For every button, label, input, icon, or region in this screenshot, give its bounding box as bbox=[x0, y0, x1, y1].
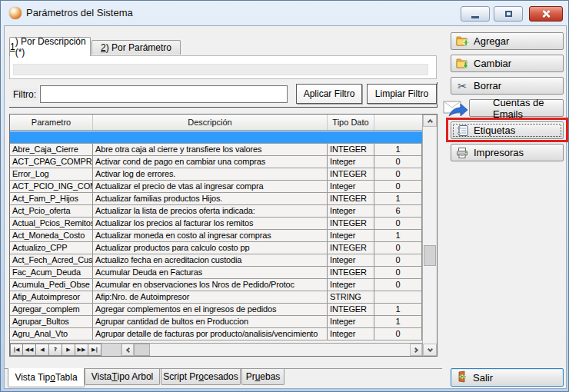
table-row[interactable]: ACT_CPAG_COMPRA Activar cond de pago en … bbox=[10, 156, 422, 168]
cell-valor[interactable]: 1 bbox=[374, 230, 422, 241]
cell-descripcion[interactable]: Actualizar productos para calculo costo … bbox=[93, 242, 328, 254]
cell-descripcion[interactable]: Actualizar moneda en costo al ingresar c… bbox=[93, 230, 328, 241]
hscroll-thumb[interactable] bbox=[134, 344, 150, 356]
cell-descripcion[interactable]: Agrupar cantidad de bultos en Produccion bbox=[93, 316, 328, 327]
vscroll-thumb[interactable] bbox=[424, 245, 436, 266]
cell-descripcion[interactable]: Actualizar el precio de vtas al ingresar… bbox=[93, 181, 328, 192]
table-row[interactable]: Act_Fam_P_Hijos Actualizar familias prod… bbox=[10, 193, 422, 205]
cell-parametro[interactable]: Agregar_complem bbox=[10, 304, 93, 315]
cell-valor[interactable]: 0 bbox=[374, 168, 422, 180]
cell-valor[interactable]: 0 bbox=[374, 242, 422, 254]
cell-descripcion[interactable]: Actualizar los precios al facturar los r… bbox=[93, 218, 328, 229]
cell-parametro[interactable]: Actualizo_CPP bbox=[10, 242, 93, 254]
nav-first-button[interactable]: |◀ bbox=[10, 344, 23, 356]
cell-parametro[interactable]: ACT_CPAG_COMPRA bbox=[10, 156, 93, 168]
column-header-tipodato[interactable]: Tipo Dato bbox=[328, 115, 374, 130]
cuentas-de-emails-button[interactable]: Cuentas de Emails bbox=[469, 99, 564, 117]
vscroll-up-arrow[interactable] bbox=[423, 115, 437, 127]
column-header-valor[interactable] bbox=[374, 115, 422, 130]
table-row[interactable]: Acumula_Pedi_Obse Acumular en observacio… bbox=[10, 279, 422, 291]
cell-valor[interactable]: 0 bbox=[374, 218, 422, 229]
tab-vista-tipo-arbol[interactable]: Vista Tipo Arbol bbox=[85, 369, 160, 385]
maximize-button[interactable] bbox=[494, 6, 523, 22]
borrar-button[interactable]: ✂ Borrar bbox=[451, 77, 564, 95]
hscroll-track[interactable] bbox=[150, 344, 410, 356]
cell-descripcion[interactable]: Abre otra caja al cierre y transfiere lo… bbox=[93, 144, 328, 155]
nav-prior-page-button[interactable]: ◀◀ bbox=[23, 344, 36, 356]
cell-tipodato[interactable]: INTEGER bbox=[328, 242, 374, 254]
column-header-descripcion[interactable]: Descripción bbox=[93, 115, 328, 130]
cell-valor[interactable] bbox=[374, 291, 422, 303]
cell-parametro[interactable]: ACT_PCIO_ING_COM bbox=[10, 181, 93, 192]
table-row[interactable]: Agregar_complem Agregar complementos en … bbox=[10, 304, 422, 316]
cell-parametro[interactable]: Acumula_Pedi_Obse bbox=[10, 279, 93, 291]
etiquetas-button[interactable]: Etiquetas bbox=[451, 121, 564, 139]
cell-tipodato[interactable]: STRING bbox=[328, 291, 374, 303]
nav-next-page-button[interactable]: ▶▶ bbox=[75, 344, 88, 356]
cell-valor[interactable]: 6 bbox=[374, 205, 422, 217]
cell-tipodato[interactable]: Integer bbox=[328, 328, 374, 340]
tab-por-descripcion[interactable]: 1) Por Descripción (*) bbox=[9, 37, 91, 56]
impresoras-button[interactable]: Impresoras bbox=[451, 144, 564, 161]
hscroll-right-arrow[interactable] bbox=[410, 344, 422, 356]
cell-valor[interactable]: 0 bbox=[374, 156, 422, 168]
cell-descripcion[interactable]: Activar log de errores. bbox=[93, 168, 328, 180]
cell-tipodato[interactable]: Integer bbox=[328, 181, 374, 192]
table-row[interactable]: Afip_Autoimpresor Afip:Nro. de Autoimpre… bbox=[10, 291, 422, 304]
table-row[interactable]: Act_Fech_Acred_Cust Actualizo fecha en a… bbox=[10, 254, 422, 267]
cell-tipodato[interactable]: INTEGER bbox=[328, 193, 374, 204]
table-row[interactable]: Error_Log Activar log de errores. INTEGE… bbox=[10, 168, 422, 181]
hscroll-left-arrow[interactable] bbox=[121, 344, 134, 356]
cell-valor[interactable]: 0 bbox=[374, 328, 422, 340]
cell-tipodato[interactable]: INTEGER bbox=[328, 304, 374, 315]
clear-filter-button[interactable]: Limpiar Filtro bbox=[367, 84, 437, 104]
cell-tipodato[interactable]: INTEGER bbox=[328, 267, 374, 278]
cell-descripcion[interactable]: Actualizar familias productos Hijos. bbox=[93, 193, 328, 204]
tab-script-procesados[interactable]: Script Procesados bbox=[161, 369, 241, 385]
cambiar-button[interactable]: Cambiar bbox=[451, 55, 564, 72]
cell-valor[interactable]: 0 bbox=[374, 267, 422, 278]
minimize-button[interactable] bbox=[461, 6, 490, 22]
apply-filter-button[interactable]: Aplicar Filtro bbox=[296, 84, 362, 104]
table-row[interactable]: Act_Moneda_Costo Actualizar moneda en co… bbox=[10, 230, 422, 242]
table-row[interactable]: Agru_Anal_Vto Agrupar detalle de factura… bbox=[10, 328, 422, 341]
titlebar[interactable]: Parámetros del Sistema bbox=[1, 1, 568, 25]
cell-tipodato[interactable]: INTEGER bbox=[328, 218, 374, 229]
cell-descripcion[interactable]: Afip:Nro. de Autoimpresor bbox=[93, 291, 328, 303]
vertical-scrollbar[interactable] bbox=[422, 115, 437, 356]
cell-descripcion[interactable]: Acumular en observaciones los Nros de Pe… bbox=[93, 279, 328, 291]
cell-valor[interactable]: 1 bbox=[374, 193, 422, 204]
tab-pruebas[interactable]: Pruebas bbox=[241, 369, 284, 385]
nav-help-button[interactable]: ? bbox=[49, 344, 62, 356]
table-row[interactable]: Actualizo_CPP Actualizar productos para … bbox=[10, 242, 422, 254]
cell-parametro[interactable]: Act_Pcio_oferta bbox=[10, 205, 93, 217]
close-button[interactable] bbox=[529, 6, 563, 22]
tab-vista-tipo-tabla[interactable]: Vista Tipo Tabla bbox=[8, 368, 85, 387]
table-row[interactable]: Agrupar_Bultos Agrupar cantidad de bulto… bbox=[10, 316, 422, 328]
cell-descripcion[interactable]: Acumular Deuda en Facturas bbox=[93, 267, 328, 278]
nav-last-button[interactable]: ▶| bbox=[88, 344, 101, 356]
filter-input[interactable] bbox=[40, 85, 288, 103]
cell-tipodato[interactable]: Integer bbox=[328, 156, 374, 168]
cell-descripcion[interactable]: Actualizo fecha en acreditacion custodia bbox=[93, 254, 328, 266]
tab-por-parametro[interactable]: 2) Por Parámetro bbox=[92, 40, 181, 55]
cell-descripcion[interactable]: Activar cond de pago en cambiar una comp… bbox=[93, 156, 328, 168]
cell-valor[interactable]: 0 bbox=[374, 254, 422, 266]
cell-valor[interactable]: 0 bbox=[374, 181, 422, 192]
cell-valor[interactable]: 1 bbox=[374, 316, 422, 327]
cell-parametro[interactable]: Actual_Pcios_Remitos bbox=[10, 218, 93, 229]
cell-parametro[interactable]: Abre_Caja_Cierre bbox=[10, 144, 93, 155]
cell-tipodato[interactable]: INTEGER bbox=[328, 144, 374, 155]
cell-descripcion[interactable]: Actualizar la lista de precios oferta in… bbox=[93, 205, 328, 217]
nav-prior-button[interactable]: ◀ bbox=[36, 344, 49, 356]
cell-parametro[interactable]: Act_Fech_Acred_Cust bbox=[10, 254, 93, 266]
cell-tipodato[interactable]: INTEGER bbox=[328, 168, 374, 180]
agregar-button[interactable]: Agregar bbox=[451, 32, 564, 50]
cell-descripcion[interactable]: Agrupar detalle de facturas por producto… bbox=[93, 328, 328, 340]
cell-parametro[interactable]: Fac_Acum_Deuda bbox=[10, 267, 93, 278]
cell-tipodato[interactable]: Integer bbox=[328, 279, 374, 291]
exit-button[interactable]: Salir bbox=[451, 368, 564, 387]
cell-parametro[interactable]: Agrupar_Bultos bbox=[10, 316, 93, 327]
cell-parametro[interactable]: Act_Moneda_Costo bbox=[10, 230, 93, 241]
table-row[interactable]: Actual_Pcios_Remitos Actualizar los prec… bbox=[10, 218, 422, 230]
